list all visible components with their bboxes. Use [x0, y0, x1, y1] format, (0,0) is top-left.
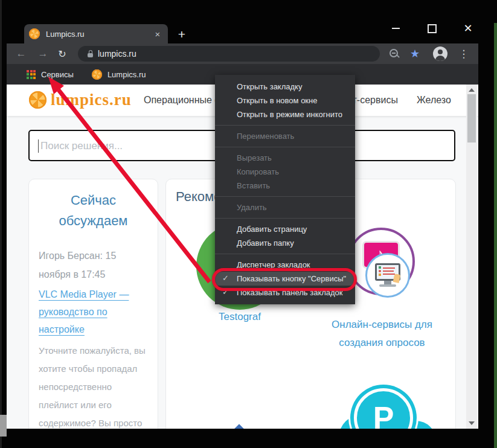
comment-article-link[interactable]: VLC Media Player — руководство по настро… — [39, 286, 148, 338]
menu-item-cut: Вырезать — [215, 151, 355, 165]
site-logo-icon — [29, 91, 46, 109]
menu-item-open-new-window[interactable]: Открыть в новом окне — [215, 94, 355, 107]
pcloud-letter: P — [373, 400, 394, 429]
scroll-up-icon[interactable] — [469, 88, 475, 92]
diamond-blue — [217, 424, 261, 429]
screenshot-stage: ✕ Lumpics.ru × + ← → ↻ lumpics.ru ★ ⋮ Се… — [0, 0, 497, 448]
site-logo[interactable]: lumpics.ru — [29, 91, 132, 109]
url-text: lumpics.ru — [98, 49, 136, 59]
menu-item-add-folder[interactable]: Добавить папку — [215, 236, 355, 250]
menu-separator — [215, 196, 355, 197]
maximize-icon — [428, 24, 437, 33]
back-button[interactable]: ← — [14, 46, 28, 61]
maximize-button[interactable] — [423, 21, 441, 36]
scrollbar-thumb[interactable] — [467, 94, 476, 142]
address-bar[interactable]: lumpics.ru — [78, 46, 380, 62]
sidebar-discussion-card: Сейчас обсуждаем Игорь Берсан: 15 ноября… — [28, 179, 158, 429]
browser-menu-icon[interactable]: ⋮ — [458, 48, 469, 60]
services-button[interactable]: Сервисы — [41, 70, 74, 79]
tab-title: Lumpics.ru — [46, 30, 152, 39]
bookmark-favicon-icon — [92, 69, 102, 80]
menu-item-open-bookmark[interactable]: Открыть закладку — [215, 80, 355, 94]
bookmark-lumpics[interactable]: Lumpics.ru — [107, 70, 146, 79]
tab-close-button[interactable]: × — [152, 29, 163, 39]
text-caret — [38, 139, 39, 153]
survey-form-badge — [365, 253, 410, 298]
forward-button[interactable]: → — [36, 46, 50, 61]
menu-item-add-page[interactable]: Добавить страницу — [215, 222, 355, 236]
menu-item-open-incognito[interactable]: Открыть в режиме инкогнито — [215, 107, 355, 121]
minimize-icon — [392, 28, 400, 29]
services-apps-icon — [27, 70, 36, 79]
pointing-hand-icon — [393, 274, 401, 283]
menu-item-delete: Удалить — [215, 200, 355, 214]
menu-item-copy: Копировать — [215, 165, 355, 179]
window-controls: ✕ — [386, 21, 477, 36]
close-window-button[interactable]: ✕ — [459, 21, 477, 36]
pcloud-ring-icon: P — [354, 388, 413, 429]
minimize-button[interactable] — [386, 21, 405, 36]
caption-line1: Онлайн-сервисы для — [332, 319, 432, 330]
lock-icon — [88, 53, 93, 57]
desktop-edge-strip — [494, 23, 497, 448]
menu-separator — [215, 125, 355, 126]
background-window-fragment — [0, 415, 7, 437]
pcloud-logo-image[interactable]: P — [320, 379, 441, 429]
annotation-red-ring — [212, 268, 357, 291]
new-tab-button[interactable]: + — [174, 28, 190, 42]
menu-separator — [215, 254, 355, 254]
testograf-link[interactable]: Testograf — [183, 311, 297, 323]
zoom-out-icon[interactable] — [388, 48, 400, 60]
comment-text: Уточните пожалуйста, вы хотите чтобы про… — [39, 342, 148, 429]
close-icon: ✕ — [463, 23, 472, 34]
site-favicon-icon — [29, 28, 40, 39]
diamond-logo-image[interactable] — [192, 424, 286, 429]
reload-button[interactable]: ↻ — [55, 46, 69, 61]
site-logo-text: lumpics.ru — [51, 91, 132, 109]
nav-hardware[interactable]: Железо — [417, 95, 451, 106]
bookmark-star-icon[interactable]: ★ — [410, 47, 420, 60]
menu-item-paste: Вставить — [215, 179, 355, 193]
survey-services-link[interactable]: Онлайн-сервисы для создания опросов — [317, 316, 447, 352]
caption-line2: создания опросов — [339, 337, 425, 348]
menu-separator — [215, 147, 355, 147]
menu-separator — [215, 218, 355, 219]
profile-avatar[interactable] — [433, 46, 447, 61]
browser-tab[interactable]: Lumpics.ru × — [24, 24, 168, 43]
browser-toolbar: ← → ↻ lumpics.ru ★ ⋮ — [7, 43, 478, 64]
menu-item-rename: Переименовать — [215, 129, 355, 143]
comment-author-date: Игорь Берсан: 15 ноября в 17:45 — [39, 247, 148, 284]
sidebar-title: Сейчас обсуждаем — [39, 190, 148, 231]
scroll-down-icon[interactable] — [469, 421, 475, 425]
frame-left-edge — [0, 0, 2, 448]
page-scrollbar[interactable] — [466, 85, 477, 429]
